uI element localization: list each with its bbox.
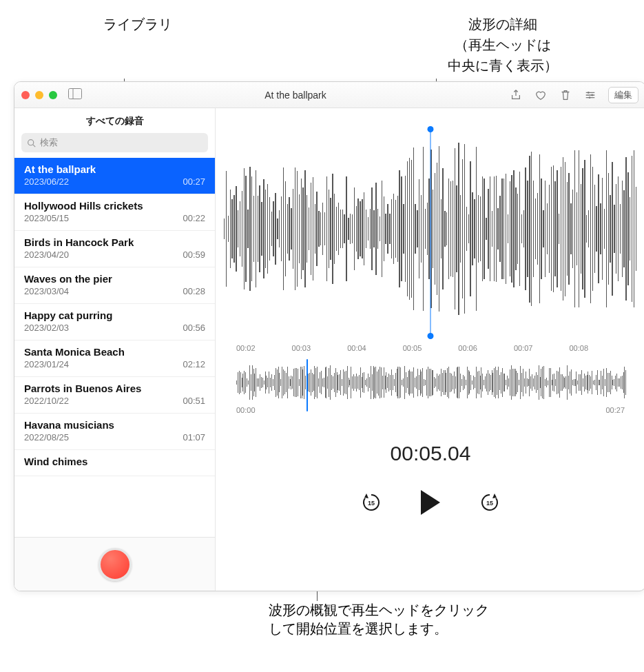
favorite-button[interactable]: [534, 88, 548, 102]
sidebar-toggle-button[interactable]: [68, 88, 82, 102]
time-tick: 00:05: [403, 344, 459, 360]
callout-text: して開始位置を選択します。: [269, 620, 630, 638]
recording-date: 2023/05/15: [24, 213, 69, 223]
recording-name: Havana musicians: [24, 419, 205, 431]
svg-point-4: [589, 96, 591, 99]
recording-item[interactable]: Santa Monica Beach2023/01/2402:12: [14, 340, 215, 377]
main-panel: 00:0200:0300:0400:0500:0600:0700:08 00:0…: [216, 108, 644, 591]
overview-bars: [236, 363, 625, 402]
recording-duration: 02:12: [183, 359, 205, 369]
app-window: At the ballpark 編集 すべての録音: [14, 81, 644, 591]
record-area: [14, 537, 215, 591]
callout-text: 中央に青く表示）: [413, 55, 592, 76]
close-button[interactable]: [21, 91, 30, 99]
window-title: At the ballpark: [82, 90, 509, 101]
callout-overview: 波形の概観で再生ヘッドをクリック して開始位置を選択します。: [269, 601, 630, 638]
recording-name: Wind chimes: [24, 456, 205, 467]
time-tick: 00:08: [569, 344, 625, 360]
callout-text: 波形の概観で再生ヘッドをクリック: [269, 601, 630, 620]
share-button[interactable]: [509, 88, 523, 102]
search-icon: [27, 139, 36, 147]
recording-date: 2022/10/22: [24, 396, 69, 406]
recording-list[interactable]: At the ballpark2023/06/2200:27Hollywood …: [14, 158, 215, 537]
time-tick: 00:03: [292, 344, 348, 360]
playhead-line: [430, 129, 431, 336]
recording-date: 2023/06/22: [24, 176, 69, 187]
recording-name: Happy cat purring: [24, 309, 205, 321]
recording-item[interactable]: At the ballpark2023/06/2200:27: [14, 158, 215, 194]
recording-item[interactable]: Parrots in Buenos Aires2022/10/2200:51: [14, 377, 215, 414]
playhead-handle-top[interactable]: [428, 126, 434, 132]
recording-date: 2023/01/24: [24, 359, 69, 369]
time-tick: 00:02: [236, 344, 292, 360]
recording-duration: 01:07: [183, 432, 205, 442]
playback-controls: 15 15: [216, 490, 644, 515]
sidebar-icon: [68, 88, 82, 99]
share-icon: [510, 89, 522, 101]
overview-start-time: 00:00: [236, 406, 256, 414]
callout-text: （再生ヘッドは: [413, 34, 592, 55]
recording-duration: 00:27: [183, 176, 205, 187]
recording-item[interactable]: Happy cat purring2023/02/0300:56: [14, 304, 215, 340]
svg-line-6: [33, 144, 35, 146]
current-time-display: 00:05.04: [216, 442, 644, 465]
svg-point-2: [588, 91, 590, 93]
callout-row-top: ライブラリ 波形の詳細 （再生ヘッドは 中央に青く表示）: [14, 14, 630, 76]
record-button[interactable]: [98, 548, 132, 581]
playhead-handle-bottom[interactable]: [428, 333, 434, 339]
titlebar: At the ballpark 編集: [14, 82, 644, 108]
delete-button[interactable]: [559, 88, 572, 102]
recording-item[interactable]: Waves on the pier2023/03/0400:28: [14, 267, 215, 304]
callout-library: ライブラリ: [103, 14, 255, 76]
recording-date: 2023/02/03: [24, 323, 69, 333]
recording-duration: 00:22: [183, 213, 205, 223]
skip-forward-button[interactable]: 15: [479, 491, 501, 513]
overview-end-time: 00:27: [605, 406, 625, 414]
recording-name: Parrots in Buenos Aires: [24, 383, 205, 394]
edit-button[interactable]: 編集: [608, 87, 638, 103]
time-tick: 00:06: [458, 344, 514, 360]
svg-text:15: 15: [486, 500, 493, 507]
waveform-overview[interactable]: [236, 363, 625, 402]
recording-duration: 00:59: [183, 250, 205, 260]
recording-duration: 00:51: [183, 396, 205, 406]
settings-button[interactable]: [583, 88, 597, 102]
search-input[interactable]: 検索: [21, 133, 208, 152]
recording-name: Birds in Hancock Park: [24, 236, 205, 248]
heart-icon: [534, 89, 547, 101]
recording-item[interactable]: Wind chimes: [14, 450, 215, 476]
recording-duration: 00:56: [183, 323, 205, 333]
callout-text: 波形の詳細: [413, 14, 592, 34]
recording-name: Hollywood Hills crickets: [24, 200, 205, 212]
recording-name: Waves on the pier: [24, 273, 205, 285]
time-tick: 00:07: [514, 344, 570, 360]
recording-duration: 00:28: [183, 286, 205, 296]
trash-icon: [559, 89, 572, 101]
recording-item[interactable]: Birds in Hancock Park2023/04/2000:59: [14, 231, 215, 267]
recording-date: 2022/08/25: [24, 432, 69, 442]
waveform-detail[interactable]: 00:0200:0300:0400:0500:0600:0700:08: [216, 108, 644, 356]
svg-point-3: [591, 94, 593, 96]
search-placeholder: 検索: [40, 136, 58, 149]
svg-rect-0: [69, 88, 82, 99]
minimize-button[interactable]: [35, 91, 43, 99]
play-button[interactable]: [421, 490, 440, 515]
skip-back-button[interactable]: 15: [360, 491, 382, 513]
time-tick: 00:04: [347, 344, 403, 360]
callout-waveform-detail: 波形の詳細 （再生ヘッドは 中央に青く表示）: [413, 14, 592, 76]
skip-forward-icon: 15: [479, 491, 501, 513]
recording-name: Santa Monica Beach: [24, 346, 205, 358]
svg-point-5: [28, 139, 34, 145]
recording-date: 2023/04/20: [24, 250, 69, 260]
time-ruler: 00:0200:0300:0400:0500:0600:0700:08: [216, 344, 644, 360]
recording-name: At the ballpark: [24, 163, 205, 175]
skip-back-icon: 15: [360, 491, 382, 513]
svg-text:15: 15: [368, 500, 375, 507]
overview-playhead[interactable]: [307, 359, 309, 411]
recording-item[interactable]: Hollywood Hills crickets2023/05/1500:22: [14, 194, 215, 231]
window-controls: [21, 91, 57, 99]
recording-item[interactable]: Havana musicians2022/08/2501:07: [14, 414, 215, 450]
zoom-button[interactable]: [49, 91, 57, 99]
sliders-icon: [584, 89, 596, 101]
sidebar: すべての録音 検索 At the ballpark2023/06/2200:27…: [14, 108, 216, 591]
